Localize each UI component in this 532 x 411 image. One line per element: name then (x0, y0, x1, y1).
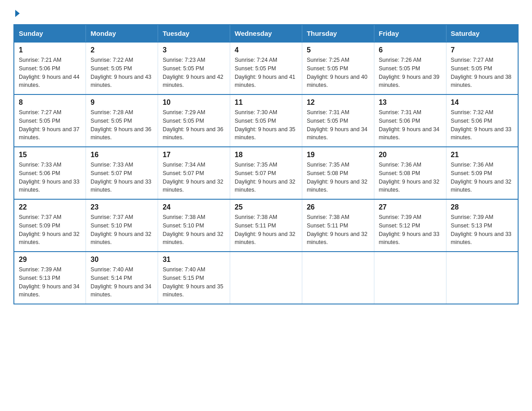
day-info: Sunrise: 7:22 AMSunset: 5:05 PMDaylight:… (90, 56, 153, 90)
calendar-week-row: 1 Sunrise: 7:21 AMSunset: 5:06 PMDayligh… (14, 42, 518, 94)
day-number: 24 (163, 203, 225, 211)
calendar-cell: 3 Sunrise: 7:23 AMSunset: 5:05 PMDayligh… (158, 42, 230, 94)
day-number: 18 (235, 151, 297, 159)
calendar-cell (302, 252, 374, 304)
calendar-cell (446, 252, 518, 304)
logo (13, 9, 20, 17)
day-info: Sunrise: 7:33 AMSunset: 5:06 PMDaylight:… (19, 161, 81, 194)
calendar-week-row: 15 Sunrise: 7:33 AMSunset: 5:06 PMDaylig… (14, 147, 518, 199)
calendar-cell: 17 Sunrise: 7:34 AMSunset: 5:07 PMDaylig… (158, 147, 230, 199)
calendar-cell: 9 Sunrise: 7:28 AMSunset: 5:05 PMDayligh… (86, 94, 158, 147)
calendar-cell: 28 Sunrise: 7:39 AMSunset: 5:13 PMDaylig… (446, 199, 518, 252)
day-number: 23 (90, 203, 153, 211)
day-number: 30 (90, 256, 153, 264)
day-info: Sunrise: 7:31 AMSunset: 5:06 PMDaylight:… (379, 108, 442, 142)
day-number: 16 (90, 151, 153, 159)
day-number: 11 (235, 98, 297, 107)
weekday-header-wednesday: Wednesday (230, 25, 302, 42)
calendar-cell: 15 Sunrise: 7:33 AMSunset: 5:06 PMDaylig… (14, 147, 86, 199)
calendar-cell: 5 Sunrise: 7:25 AMSunset: 5:05 PMDayligh… (302, 42, 374, 94)
day-number: 13 (379, 98, 442, 107)
day-number: 22 (19, 203, 81, 211)
calendar-cell: 8 Sunrise: 7:27 AMSunset: 5:05 PMDayligh… (14, 94, 86, 147)
day-info: Sunrise: 7:38 AMSunset: 5:11 PMDaylight:… (235, 213, 297, 247)
calendar-week-row: 29 Sunrise: 7:39 AMSunset: 5:13 PMDaylig… (14, 252, 518, 304)
weekday-header-sunday: Sunday (14, 25, 86, 42)
calendar-cell: 21 Sunrise: 7:36 AMSunset: 5:09 PMDaylig… (446, 147, 518, 199)
calendar-cell: 29 Sunrise: 7:39 AMSunset: 5:13 PMDaylig… (14, 252, 86, 304)
calendar-cell: 25 Sunrise: 7:38 AMSunset: 5:11 PMDaylig… (230, 199, 302, 252)
calendar-cell: 31 Sunrise: 7:40 AMSunset: 5:15 PMDaylig… (158, 252, 230, 304)
calendar-table: SundayMondayTuesdayWednesdayThursdayFrid… (13, 24, 519, 304)
day-number: 29 (19, 256, 81, 264)
day-number: 10 (163, 98, 225, 107)
day-number: 17 (163, 151, 225, 159)
day-info: Sunrise: 7:31 AMSunset: 5:05 PMDaylight:… (307, 108, 369, 142)
calendar-cell: 2 Sunrise: 7:22 AMSunset: 5:05 PMDayligh… (86, 42, 158, 94)
day-number: 15 (19, 151, 81, 159)
calendar-cell: 10 Sunrise: 7:29 AMSunset: 5:05 PMDaylig… (158, 94, 230, 147)
day-info: Sunrise: 7:37 AMSunset: 5:09 PMDaylight:… (19, 213, 81, 247)
day-info: Sunrise: 7:27 AMSunset: 5:05 PMDaylight:… (19, 108, 81, 142)
calendar-week-row: 22 Sunrise: 7:37 AMSunset: 5:09 PMDaylig… (14, 199, 518, 252)
day-number: 20 (379, 151, 442, 159)
day-info: Sunrise: 7:36 AMSunset: 5:08 PMDaylight:… (379, 161, 442, 194)
calendar-header-row: SundayMondayTuesdayWednesdayThursdayFrid… (14, 25, 518, 42)
weekday-header-thursday: Thursday (302, 25, 374, 42)
day-number: 28 (451, 203, 513, 211)
day-info: Sunrise: 7:23 AMSunset: 5:05 PMDaylight:… (163, 56, 225, 90)
calendar-cell: 19 Sunrise: 7:35 AMSunset: 5:08 PMDaylig… (302, 147, 374, 199)
day-number: 4 (235, 46, 297, 54)
calendar-cell: 14 Sunrise: 7:32 AMSunset: 5:06 PMDaylig… (446, 94, 518, 147)
day-number: 25 (235, 203, 297, 211)
weekday-header-friday: Friday (374, 25, 446, 42)
calendar-cell: 13 Sunrise: 7:31 AMSunset: 5:06 PMDaylig… (374, 94, 446, 147)
logo-blue-text (13, 9, 20, 17)
calendar-cell: 12 Sunrise: 7:31 AMSunset: 5:05 PMDaylig… (302, 94, 374, 147)
calendar-cell: 30 Sunrise: 7:40 AMSunset: 5:14 PMDaylig… (86, 252, 158, 304)
day-info: Sunrise: 7:28 AMSunset: 5:05 PMDaylight:… (90, 108, 153, 142)
day-number: 9 (90, 98, 153, 107)
calendar-cell: 27 Sunrise: 7:39 AMSunset: 5:12 PMDaylig… (374, 199, 446, 252)
day-number: 14 (451, 98, 513, 107)
day-info: Sunrise: 7:40 AMSunset: 5:15 PMDaylight:… (163, 265, 225, 299)
day-info: Sunrise: 7:21 AMSunset: 5:06 PMDaylight:… (19, 56, 81, 90)
day-info: Sunrise: 7:33 AMSunset: 5:07 PMDaylight:… (90, 161, 153, 194)
day-info: Sunrise: 7:39 AMSunset: 5:13 PMDaylight:… (19, 265, 81, 299)
calendar-cell: 23 Sunrise: 7:37 AMSunset: 5:10 PMDaylig… (86, 199, 158, 252)
day-number: 21 (451, 151, 513, 159)
day-number: 12 (307, 98, 369, 107)
calendar-cell (230, 252, 302, 304)
calendar-cell: 26 Sunrise: 7:38 AMSunset: 5:11 PMDaylig… (302, 199, 374, 252)
day-number: 7 (451, 46, 513, 54)
day-info: Sunrise: 7:37 AMSunset: 5:10 PMDaylight:… (90, 213, 153, 247)
calendar-cell: 4 Sunrise: 7:24 AMSunset: 5:05 PMDayligh… (230, 42, 302, 94)
day-info: Sunrise: 7:35 AMSunset: 5:07 PMDaylight:… (235, 161, 297, 194)
day-info: Sunrise: 7:27 AMSunset: 5:05 PMDaylight:… (451, 56, 513, 90)
day-info: Sunrise: 7:35 AMSunset: 5:08 PMDaylight:… (307, 161, 369, 194)
day-info: Sunrise: 7:38 AMSunset: 5:10 PMDaylight:… (163, 213, 225, 247)
logo-arrow-icon (15, 10, 20, 17)
page-header (13, 9, 519, 17)
day-number: 19 (307, 151, 369, 159)
day-number: 2 (90, 46, 153, 54)
day-info: Sunrise: 7:26 AMSunset: 5:05 PMDaylight:… (379, 56, 442, 90)
day-info: Sunrise: 7:30 AMSunset: 5:05 PMDaylight:… (235, 108, 297, 142)
calendar-week-row: 8 Sunrise: 7:27 AMSunset: 5:05 PMDayligh… (14, 94, 518, 147)
weekday-header-tuesday: Tuesday (158, 25, 230, 42)
calendar-cell: 20 Sunrise: 7:36 AMSunset: 5:08 PMDaylig… (374, 147, 446, 199)
day-number: 27 (379, 203, 442, 211)
day-info: Sunrise: 7:24 AMSunset: 5:05 PMDaylight:… (235, 56, 297, 90)
calendar-cell: 7 Sunrise: 7:27 AMSunset: 5:05 PMDayligh… (446, 42, 518, 94)
day-number: 31 (163, 256, 225, 264)
day-number: 26 (307, 203, 369, 211)
day-info: Sunrise: 7:29 AMSunset: 5:05 PMDaylight:… (163, 108, 225, 142)
day-number: 1 (19, 46, 81, 54)
day-info: Sunrise: 7:40 AMSunset: 5:14 PMDaylight:… (90, 265, 153, 299)
day-info: Sunrise: 7:34 AMSunset: 5:07 PMDaylight:… (163, 161, 225, 194)
calendar-cell: 22 Sunrise: 7:37 AMSunset: 5:09 PMDaylig… (14, 199, 86, 252)
calendar-cell: 24 Sunrise: 7:38 AMSunset: 5:10 PMDaylig… (158, 199, 230, 252)
weekday-header-monday: Monday (86, 25, 158, 42)
calendar-cell: 1 Sunrise: 7:21 AMSunset: 5:06 PMDayligh… (14, 42, 86, 94)
day-info: Sunrise: 7:32 AMSunset: 5:06 PMDaylight:… (451, 108, 513, 142)
